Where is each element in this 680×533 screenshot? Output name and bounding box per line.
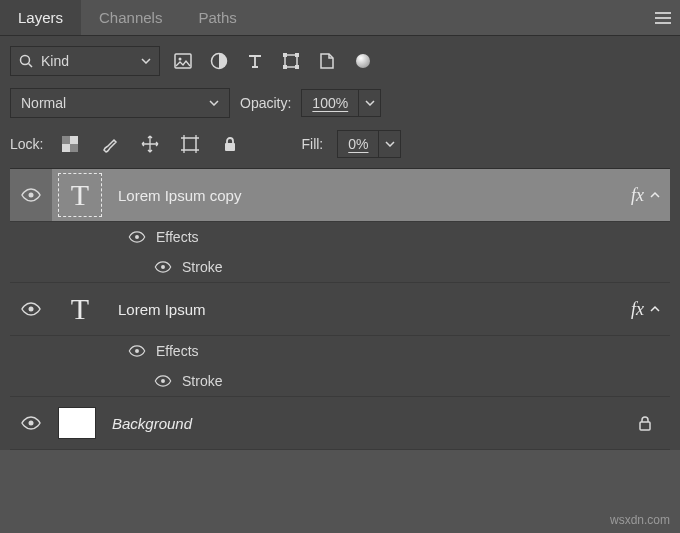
- layer-row[interactable]: T Lorem Ipsum copy fx: [10, 169, 670, 222]
- svg-point-15: [29, 193, 34, 198]
- effects-block: Effects Stroke: [10, 336, 670, 397]
- svg-rect-13: [184, 138, 196, 150]
- layer-lock-indicator[interactable]: [630, 415, 660, 431]
- lock-icon: [638, 415, 652, 431]
- search-icon: [19, 54, 33, 68]
- fill-dropdown-caret[interactable]: [378, 131, 400, 157]
- filter-adjustment-button[interactable]: [206, 48, 232, 74]
- opacity-dropdown-caret[interactable]: [358, 90, 380, 116]
- filter-kind-dropdown[interactable]: Kind: [10, 46, 160, 76]
- lock-all-button[interactable]: [217, 131, 243, 157]
- effects-label: Effects: [156, 229, 199, 245]
- svg-point-21: [29, 421, 34, 426]
- svg-point-19: [135, 349, 139, 353]
- tab-paths[interactable]: Paths: [180, 0, 254, 35]
- visibility-toggle[interactable]: [10, 302, 52, 316]
- layer-thumbnail[interactable]: [58, 407, 96, 439]
- effects-header[interactable]: Effects: [128, 222, 670, 252]
- lock-transparency-button[interactable]: [57, 131, 83, 157]
- move-icon: [141, 135, 159, 153]
- eye-icon: [21, 302, 41, 316]
- svg-rect-22: [640, 422, 650, 430]
- eye-icon: [128, 345, 146, 357]
- sphere-icon: [356, 54, 370, 68]
- tab-layers-label: Layers: [18, 9, 63, 26]
- eye-icon: [21, 416, 41, 430]
- svg-point-3: [179, 58, 182, 61]
- eye-icon: [128, 231, 146, 243]
- svg-rect-9: [295, 65, 299, 69]
- shape-icon: [282, 52, 300, 70]
- svg-rect-6: [283, 53, 287, 57]
- eye-icon: [154, 261, 172, 273]
- filter-pixel-button[interactable]: [170, 48, 196, 74]
- chevron-down-icon: [385, 141, 395, 147]
- effects-block: Effects Stroke: [10, 222, 670, 283]
- layer-thumbnail[interactable]: T: [58, 287, 102, 331]
- visibility-toggle[interactable]: [10, 188, 52, 202]
- brush-icon: [101, 135, 119, 153]
- chevron-down-icon: [209, 100, 219, 106]
- visibility-toggle[interactable]: [10, 416, 52, 430]
- layer-name[interactable]: Lorem Ipsum copy: [118, 187, 631, 204]
- layers-panel: Layers Channels Paths Kind: [0, 0, 680, 533]
- checker-icon: [62, 136, 78, 152]
- fill-value: 0%: [338, 136, 378, 152]
- svg-point-20: [161, 379, 165, 383]
- lock-artboard-button[interactable]: [177, 131, 203, 157]
- svg-point-17: [161, 265, 165, 269]
- effect-item[interactable]: Stroke: [128, 252, 670, 282]
- effects-label: Effects: [156, 343, 199, 359]
- watermark: wsxdn.com: [610, 513, 670, 527]
- effect-item[interactable]: Stroke: [128, 366, 670, 396]
- fill-input[interactable]: 0%: [337, 130, 401, 158]
- fx-badge[interactable]: fx: [631, 185, 644, 206]
- layer-row[interactable]: T Lorem Ipsum fx: [10, 283, 670, 336]
- filter-toggle-button[interactable]: [350, 48, 376, 74]
- tab-channels[interactable]: Channels: [81, 0, 180, 35]
- filter-kind-label: Kind: [41, 53, 69, 69]
- type-thumb-icon: T: [71, 292, 89, 326]
- lock-label: Lock:: [10, 136, 43, 152]
- filter-type-button[interactable]: [242, 48, 268, 74]
- hamburger-icon: [655, 12, 671, 24]
- tab-paths-label: Paths: [198, 9, 236, 26]
- type-icon: [246, 52, 264, 70]
- chevron-up-icon: [650, 190, 660, 200]
- artboard-icon: [181, 135, 199, 153]
- svg-point-16: [135, 235, 139, 239]
- tab-layers[interactable]: Layers: [0, 0, 81, 35]
- adjustment-icon: [210, 52, 228, 70]
- tab-channels-label: Channels: [99, 9, 162, 26]
- layers-list: T Lorem Ipsum copy fx Effects Stroke: [10, 168, 670, 450]
- svg-point-0: [21, 56, 30, 65]
- blend-mode-dropdown[interactable]: Normal: [10, 88, 230, 118]
- filter-row: Kind: [10, 46, 670, 76]
- layer-thumbnail[interactable]: T: [58, 173, 102, 217]
- lock-image-button[interactable]: [97, 131, 123, 157]
- effects-header[interactable]: Effects: [128, 336, 670, 366]
- layer-row[interactable]: Background: [10, 397, 670, 450]
- filter-shape-button[interactable]: [278, 48, 304, 74]
- lock-icon: [223, 136, 237, 152]
- eye-icon: [154, 375, 172, 387]
- image-icon: [174, 53, 192, 69]
- layer-name[interactable]: Lorem Ipsum: [118, 301, 631, 318]
- panel-tabs: Layers Channels Paths: [0, 0, 680, 36]
- lock-position-button[interactable]: [137, 131, 163, 157]
- svg-rect-11: [62, 136, 70, 144]
- svg-line-1: [29, 64, 33, 68]
- layer-name[interactable]: Background: [112, 415, 630, 432]
- filter-smartobject-button[interactable]: [314, 48, 340, 74]
- effects-collapse-toggle[interactable]: [650, 190, 660, 200]
- opacity-input[interactable]: 100%: [301, 89, 381, 117]
- type-thumb-icon: T: [71, 178, 89, 212]
- panel-menu-button[interactable]: [646, 0, 680, 35]
- chevron-up-icon: [650, 304, 660, 314]
- smartobject-icon: [318, 52, 336, 70]
- svg-point-18: [29, 307, 34, 312]
- svg-rect-8: [283, 65, 287, 69]
- fx-badge[interactable]: fx: [631, 299, 644, 320]
- effects-collapse-toggle[interactable]: [650, 304, 660, 314]
- eye-icon: [21, 188, 41, 202]
